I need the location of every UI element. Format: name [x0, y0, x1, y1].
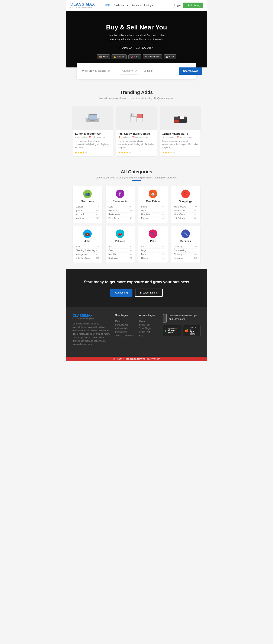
list-item[interactable]: Business343: [174, 256, 198, 260]
vehicles-items: Bus191 Cars33 Motobike33 Rent a car75: [109, 245, 132, 260]
logo-colored: X: [92, 2, 95, 6]
cta-section: Start today to get more exposure and gro…: [66, 269, 207, 308]
list-item[interactable]: Mens Wears56: [174, 205, 198, 209]
list-item[interactable]: Dogs37: [141, 249, 165, 252]
footer-link-category[interactable]: Category: [139, 319, 158, 323]
location-input[interactable]: [142, 68, 177, 74]
nav-listing[interactable]: Listing ▾: [144, 4, 154, 7]
svg-rect-6: [131, 117, 131, 122]
cat-jobs: 💼 Jobs It Jobs91 Cleaning & Washing233 M…: [72, 226, 102, 263]
cat-badge-fitness[interactable]: 💪 Fitness: [112, 54, 126, 59]
list-item[interactable]: Others43: [141, 256, 165, 260]
footer-link-terms[interactable]: Terms & Conditions: [115, 334, 134, 338]
cta-add-listing-button[interactable]: Add Listing: [110, 288, 132, 297]
list-item[interactable]: Monitors343: [76, 216, 99, 220]
list-item[interactable]: Laptops91: [76, 205, 99, 209]
card-1-image: [72, 106, 113, 130]
search-section: | Category | Search Now: [77, 63, 196, 79]
list-item[interactable]: Bus191: [109, 245, 132, 249]
cat-vehicles: 🚗 Vehicles Bus191 Cars33 Motobike33 Rent…: [105, 226, 135, 263]
list-item[interactable]: Farms95: [141, 205, 165, 209]
jobs-title: Jobs: [76, 240, 99, 243]
list-item[interactable]: Rent a car75: [109, 256, 132, 260]
app-store-button[interactable]: 🍎 available on App Store: [183, 325, 201, 336]
category-select[interactable]: Category: [120, 68, 137, 74]
list-item[interactable]: Cars33: [109, 249, 132, 252]
footer-link-blog[interactable]: Blog: [139, 334, 158, 338]
cta-browser-listing-button[interactable]: Browser Listing: [135, 288, 163, 297]
list-item[interactable]: Voluntary Works343: [76, 256, 99, 260]
list-item[interactable]: Fast food23: [109, 209, 132, 212]
google-play-button[interactable]: ▶ available on Google Play: [163, 325, 181, 336]
all-categories-title: All Categories: [72, 169, 201, 174]
footer-link-storesingle[interactable]: Store Single: [139, 326, 158, 330]
list-item[interactable]: Cleaning99: [174, 245, 198, 249]
cat-badge-hotel[interactable]: 🏨 Hotel: [97, 54, 110, 59]
search-button[interactable]: Search Now: [179, 68, 202, 75]
add-listing-button[interactable]: + Add Listing: [183, 2, 203, 8]
list-item[interactable]: Cleaning & Washing233: [76, 249, 99, 252]
footer-site-pages-title: Site Pages: [115, 314, 134, 317]
cat-shoppings: 🛍 Shoppings Mens Wears56 Accessories453 …: [171, 186, 201, 223]
footer-link-favads[interactable]: Favourite Ads: [115, 323, 134, 326]
list-item[interactable]: Accessories453: [174, 209, 198, 212]
cat-services: 🔧 Services Cleaning99 Car Washing331 Clo…: [171, 226, 201, 263]
footer-link-pendads[interactable]: Pending Ads: [115, 330, 134, 334]
footer-site-pages-list: My Ads Favourite Ads Archived Ads Pendin…: [115, 319, 134, 338]
list-item[interactable]: Clothing180: [174, 252, 198, 256]
nav-home[interactable]: Home: [103, 4, 110, 7]
svg-rect-19: [182, 116, 184, 119]
footer-app-col: Get the Dealey Mobile App and Save more …: [163, 314, 201, 346]
list-item[interactable]: Restaurants11: [109, 212, 132, 216]
realestate-icon: 🏠: [149, 190, 157, 198]
hero-subtitle: Join the millions who buy and sell from …: [70, 34, 203, 42]
phone-icon: [163, 314, 167, 322]
restaurants-icon: 🍴: [116, 190, 124, 198]
cat-badge-restaurants[interactable]: 🍽 Restaurants: [143, 54, 162, 59]
nav-actions: Login + Add Listing: [174, 2, 203, 8]
realestate-items: Farms95 Gym21 Hospitals83 Parlours35: [141, 205, 165, 220]
popular-categories: 🏨 Hotel 💪 Fitness 🚗 Cars 🍽 Restaurants ☕…: [70, 54, 203, 59]
search-divider-1: |: [117, 69, 118, 73]
trending-card-2: Full Study Table Combo 🪑 Furnitures 📅 28…: [116, 106, 157, 156]
search-input[interactable]: [81, 68, 115, 74]
card-1-meta: 🖥 Electronics 📅 26th December: [75, 136, 111, 138]
list-item[interactable]: It & Software141: [174, 216, 198, 220]
list-item[interactable]: Kids Wears131: [174, 212, 198, 216]
footer-link-arcads[interactable]: Archived Ads: [115, 326, 134, 330]
list-item[interactable]: Parlours35: [141, 216, 165, 220]
list-item[interactable]: Birds153: [141, 252, 165, 256]
trending-card-3: 11inch Macbook Air 🖥 Electronics 📅 26th …: [160, 106, 201, 156]
cat-badge-cafe[interactable]: ☕ Cafe: [164, 54, 176, 59]
footer-link-singlepost[interactable]: Single Post: [139, 330, 158, 334]
footer-link-myads[interactable]: My Ads: [115, 319, 134, 323]
footer: CLASSIMAX Classified marketplace Lorem i…: [66, 308, 207, 357]
cat-badge-cars[interactable]: 🚗 Cars: [128, 54, 141, 59]
card-2-desc: Lorem ipsum dolor sit amet, consectetur …: [118, 140, 154, 149]
footer-link-singlepage[interactable]: Single Page: [139, 323, 158, 326]
nav-pages[interactable]: Pages ▾: [132, 4, 141, 7]
list-item[interactable]: Car Washing331: [174, 249, 198, 252]
list-item[interactable]: Iphone233: [76, 209, 99, 212]
shoppings-items: Mens Wears56 Accessories453 Kids Wears13…: [174, 205, 198, 220]
nav-links: Home Dashboard ▾ Pages ▾ Listing ▾: [103, 4, 174, 7]
footer-brand-tagline: Classified marketplace: [72, 318, 110, 320]
login-button[interactable]: Login: [174, 4, 181, 7]
list-item[interactable]: Food Track42: [109, 216, 132, 220]
list-item[interactable]: Hospitals83: [141, 212, 165, 216]
list-item[interactable]: Cafe391: [109, 205, 132, 209]
shoppings-icon: 🛍: [181, 190, 190, 198]
svg-rect-4: [90, 120, 95, 120]
list-item[interactable]: It Jobs91: [76, 245, 99, 249]
hero-title: Buy & Sell Near You: [70, 24, 203, 31]
list-item[interactable]: Motobike33: [109, 252, 132, 256]
list-item[interactable]: Cats65: [141, 245, 165, 249]
navbar: CLASSIMAX Classified marketplace Home Da…: [66, 0, 207, 11]
list-item[interactable]: Gym21: [141, 209, 165, 212]
pets-items: Cats65 Dogs37 Birds153 Others43: [141, 245, 165, 260]
card-2-stars: ★★★★★: [118, 151, 154, 154]
list-item[interactable]: Management183: [76, 252, 99, 256]
jobs-icon: 💼: [83, 230, 92, 238]
list-item[interactable]: Microsoft183: [76, 212, 99, 216]
nav-dashboard[interactable]: Dashboard ▾: [114, 4, 128, 7]
